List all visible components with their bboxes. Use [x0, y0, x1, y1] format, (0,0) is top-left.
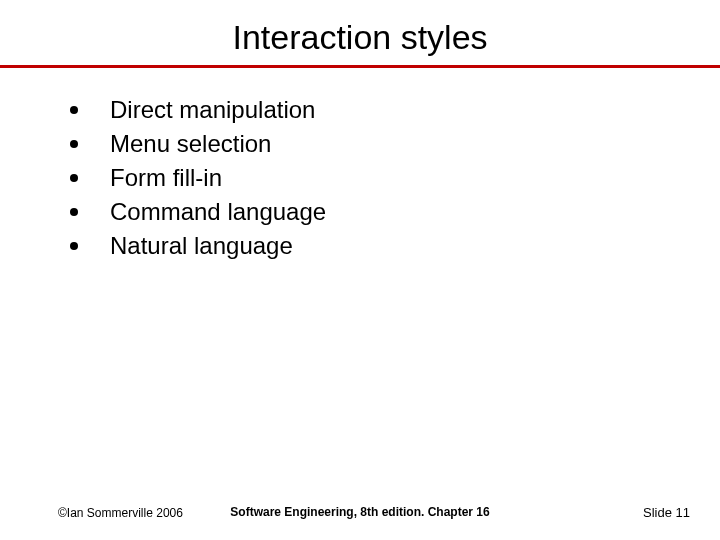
footer-slide-number: Slide 11 [643, 505, 690, 520]
list-item: Form fill-in [70, 164, 720, 192]
bullet-icon [70, 106, 78, 114]
bullet-icon [70, 140, 78, 148]
content-area: Direct manipulation Menu selection Form … [0, 68, 720, 260]
list-item: Menu selection [70, 130, 720, 158]
list-item: Direct manipulation [70, 96, 720, 124]
bullet-text: Natural language [110, 232, 293, 260]
bullet-text: Direct manipulation [110, 96, 315, 124]
bullet-text: Menu selection [110, 130, 271, 158]
bullet-text: Command language [110, 198, 326, 226]
bullet-icon [70, 208, 78, 216]
bullet-icon [70, 242, 78, 250]
bullet-text: Form fill-in [110, 164, 222, 192]
bullet-icon [70, 174, 78, 182]
bullet-list: Direct manipulation Menu selection Form … [70, 96, 720, 260]
list-item: Natural language [70, 232, 720, 260]
slide-title: Interaction styles [0, 18, 720, 57]
footer-book-info: Software Engineering, 8th edition. Chapt… [230, 505, 489, 519]
list-item: Command language [70, 198, 720, 226]
title-area: Interaction styles [0, 0, 720, 65]
footer: ©Ian Sommerville 2006 Software Engineeri… [0, 505, 720, 520]
footer-copyright: ©Ian Sommerville 2006 [58, 506, 183, 520]
